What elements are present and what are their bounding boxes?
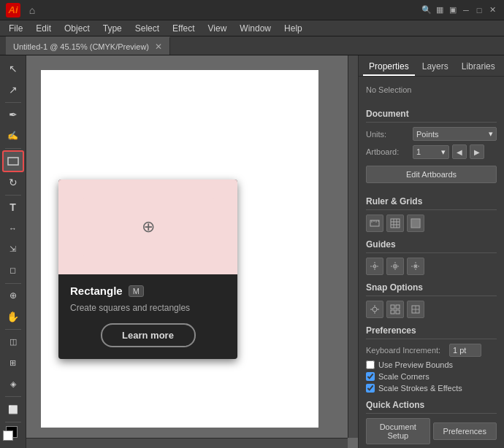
zoom-tool[interactable]: ⊕ (3, 286, 23, 306)
menu-object[interactable]: Object (58, 22, 96, 35)
menu-help[interactable]: Help (278, 22, 308, 35)
document-tab[interactable]: Untitled-1 @ 45.15% (CMYK/Preview) ✕ (6, 36, 170, 55)
section-ruler-grids: Ruler & Grids (366, 196, 497, 210)
tab-properties[interactable]: Properties (363, 58, 415, 76)
artboard-tool[interactable]: ⬜ (3, 399, 23, 420)
show-guides-icon[interactable] (366, 258, 383, 275)
title-bar: Ai ⌂ 🔍 ▦ ▣ ─ □ ✕ (0, 0, 504, 20)
scale-strokes-checkbox[interactable] (366, 384, 375, 393)
artboard-prev-button[interactable]: ◀ (452, 144, 467, 159)
keyboard-increment-input[interactable] (449, 344, 481, 357)
use-preview-bounds-label: Use Preview Bounds (378, 360, 453, 369)
ruler-grids-icons (366, 215, 497, 232)
rotate-tool[interactable]: ↻ (3, 172, 23, 193)
grid-icon[interactable] (386, 215, 404, 232)
menu-view[interactable]: View (202, 22, 233, 35)
keyboard-increment-label: Keyboard Increment: (366, 346, 446, 355)
edit-artboards-button[interactable]: Edit Artboards (366, 166, 497, 183)
svg-rect-40 (396, 310, 400, 314)
horizontal-scrollbar[interactable] (26, 438, 348, 448)
tooltip-preview: ⊕ (58, 179, 237, 274)
vertical-scrollbar[interactable] (348, 55, 358, 438)
artboard-label: Artboard: (366, 147, 410, 156)
units-label: Units: (366, 130, 410, 139)
toolbar-separator-7 (5, 422, 21, 422)
main-layout: ↖ ↗ ✒ ✍ ↻ T ↔ ⇲ ◻ ⊕ ✋ ◫ ⊞ ◈ ⬜ (0, 55, 504, 448)
panel-tabs: Properties Layers Libraries (359, 55, 504, 77)
rectangle-tool[interactable] (3, 151, 23, 171)
tooltip-shortcut-badge: M (129, 285, 144, 297)
panel-content: No Selection Document Units: Points ▾ Ar… (359, 77, 504, 448)
app-logo: Ai (6, 3, 20, 18)
brush-tool[interactable]: ✍ (3, 125, 23, 146)
lock-guides-icon[interactable] (386, 258, 404, 275)
scale-corners-label: Scale Corners (378, 372, 429, 381)
section-quick-actions: Quick Actions (366, 400, 497, 414)
snap-to-point-icon[interactable] (366, 301, 383, 318)
artboard-select[interactable]: 1 ▾ (413, 145, 449, 159)
section-document: Document (366, 109, 497, 123)
toolbar-separator-3 (5, 195, 21, 196)
artboard-next-button[interactable]: ▶ (470, 144, 484, 159)
tab-close-icon[interactable]: ✕ (155, 42, 162, 52)
tab-layers[interactable]: Layers (416, 58, 454, 76)
close-button[interactable]: ✕ (486, 4, 498, 16)
eraser-tool[interactable]: ◻ (3, 260, 23, 281)
toolbar-separator-5 (5, 329, 21, 330)
ruler-icon[interactable] (366, 215, 383, 232)
hand-tool[interactable]: ✋ (3, 306, 23, 327)
blend-tool[interactable]: ◈ (3, 374, 23, 395)
svg-rect-39 (391, 310, 394, 314)
document-setup-button[interactable]: Document Setup (366, 418, 430, 444)
snap-icons (366, 301, 497, 318)
no-selection-label: No Selection (366, 82, 497, 101)
toolbar-separator-1 (5, 102, 21, 103)
gradient-tool[interactable]: ◫ (3, 332, 23, 352)
home-icon[interactable]: ⌂ (25, 3, 39, 18)
menu-select[interactable]: Select (129, 22, 165, 35)
clear-guides-icon[interactable] (407, 258, 424, 275)
menu-edit[interactable]: Edit (30, 22, 57, 35)
panel-icon[interactable]: ▣ (447, 4, 459, 16)
scale-tool[interactable]: ⇲ (3, 239, 23, 260)
preferences-button[interactable]: Preferences (433, 422, 497, 440)
document-tab-title: Untitled-1 @ 45.15% (CMYK/Preview) (13, 42, 149, 51)
snap-to-grid-icon[interactable] (386, 301, 404, 318)
tooltip-description: Create squares and rectangles (70, 303, 226, 313)
learn-more-button[interactable]: Learn more (101, 323, 196, 347)
use-preview-bounds-checkbox[interactable] (366, 360, 375, 369)
menu-type[interactable]: Type (97, 22, 128, 35)
scale-strokes-label: Scale Strokes & Effects (378, 384, 462, 393)
toolbar-separator-2 (5, 148, 21, 149)
section-snap-options: Snap Options (366, 282, 497, 296)
pixel-grid-icon[interactable] (407, 215, 424, 232)
scale-corners-row: Scale Corners (366, 372, 497, 381)
direct-selection-tool[interactable]: ↗ (3, 80, 23, 100)
search-icon[interactable]: 🔍 (421, 4, 432, 16)
units-select[interactable]: Points ▾ (413, 127, 497, 141)
selection-tool[interactable]: ↖ (3, 58, 23, 79)
toolbar-separator-4 (5, 283, 21, 284)
tooltip-title-text: Rectangle (70, 285, 123, 297)
tool-tooltip: ⊕ Rectangle M Create squares and rectang… (58, 179, 237, 359)
section-preferences: Preferences (366, 325, 497, 339)
tab-libraries[interactable]: Libraries (456, 58, 501, 76)
pen-tool[interactable]: ✒ (3, 105, 23, 125)
reflect-tool[interactable]: ↔ (3, 218, 23, 239)
units-row: Units: Points ▾ (366, 127, 497, 141)
maximize-button[interactable]: □ (473, 4, 485, 16)
menu-window[interactable]: Window (234, 22, 277, 35)
layout-icon[interactable]: ▦ (434, 4, 446, 16)
fill-stroke-colors[interactable] (3, 426, 23, 444)
menu-effect[interactable]: Effect (167, 22, 200, 35)
tooltip-body: Rectangle M Create squares and rectangle… (58, 274, 237, 359)
menu-file[interactable]: File (3, 22, 28, 35)
type-tool[interactable]: T (3, 198, 23, 218)
svg-rect-38 (396, 305, 400, 309)
mesh-tool[interactable]: ⊞ (3, 353, 23, 374)
window-controls: 🔍 ▦ ▣ ─ □ ✕ (421, 4, 498, 16)
right-panel: Properties Layers Libraries No Selection… (358, 55, 504, 448)
minimize-button[interactable]: ─ (460, 4, 472, 16)
snap-to-pixel-icon[interactable] (407, 301, 424, 318)
scale-corners-checkbox[interactable] (366, 372, 375, 381)
